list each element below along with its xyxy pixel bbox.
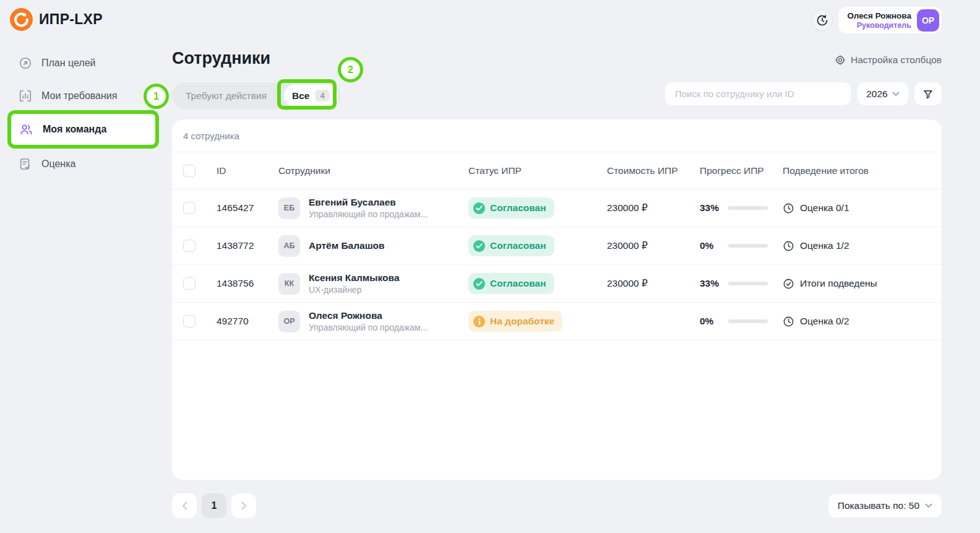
- status-badge: Согласован: [468, 197, 554, 219]
- gear-icon: [835, 54, 846, 66]
- results-label: Оценка 1/2: [800, 240, 849, 251]
- page-number-button[interactable]: 1: [202, 493, 226, 518]
- history-button[interactable]: [811, 9, 833, 31]
- employee-name: Евгений Бусалаев: [309, 196, 428, 208]
- employee-id: 492770: [217, 316, 278, 327]
- results-label: Оценка 0/1: [800, 202, 849, 214]
- requirements-chart-icon: [19, 89, 32, 103]
- results-cell: Итоги подведены: [783, 278, 942, 290]
- year-value: 2026: [866, 89, 887, 100]
- status-badge: Согласован: [468, 273, 554, 294]
- employee-id: 1438772: [217, 240, 278, 251]
- employee-name: Ксения Калмыкова: [309, 272, 400, 284]
- tab-require-action[interactable]: Требуют действия: [172, 90, 284, 102]
- search-input[interactable]: [665, 82, 851, 105]
- results-cell: Оценка 0/2: [783, 316, 942, 327]
- check-circle-icon: [473, 240, 485, 252]
- clock-icon: [783, 316, 794, 327]
- sidebar-label: Мои требования: [41, 90, 117, 102]
- employee-name: Артём Балашов: [309, 240, 385, 251]
- user-menu[interactable]: Олеся Рожнова Руководитель ОР: [839, 7, 942, 33]
- app-logo: ИПР-LXP: [10, 8, 103, 31]
- row-checkbox[interactable]: [183, 315, 196, 327]
- employee-position: Управляющий по продажам...: [309, 322, 428, 333]
- history-clock-icon: [816, 14, 828, 27]
- employee-name: Олеся Рожнова: [309, 310, 428, 321]
- employee-id: 1465427: [217, 202, 278, 214]
- row-checkbox[interactable]: [183, 277, 196, 290]
- col-cost: Стоимость ИПР: [607, 165, 700, 176]
- status-badge: Согласован: [468, 235, 554, 256]
- avatar: ОР: [278, 311, 300, 332]
- next-page-button[interactable]: [231, 493, 256, 518]
- avatar: ЕБ: [278, 197, 300, 219]
- filter-button[interactable]: [914, 82, 942, 105]
- ipr-cost: 230000 ₽: [607, 240, 700, 251]
- annotation-step-2: 2: [338, 57, 363, 82]
- employee-position: Управляющий по продажам...: [309, 209, 428, 220]
- ipr-cost: 230000 ₽: [607, 202, 700, 214]
- clock-icon: [783, 202, 794, 214]
- table-header-row: ID Сотрудники Статус ИПР Стоимость ИПР П…: [172, 152, 942, 189]
- progress-bar: [728, 282, 768, 285]
- ipr-cost: 230000 ₽: [607, 278, 700, 289]
- sidebar-label: Оценка: [41, 158, 75, 170]
- sidebar-label: Моя команда: [43, 124, 106, 135]
- chevron-right-icon: [241, 501, 247, 510]
- funnel-icon: [922, 89, 934, 100]
- table-row[interactable]: 1438772 АБ Артём Балашов Согласован 2300…: [172, 227, 942, 265]
- brand-icon: [10, 8, 33, 31]
- col-results: Подведение итогов: [783, 165, 942, 176]
- table-row[interactable]: 492770 ОР Олеся Рожнова Управляющий по п…: [172, 303, 942, 340]
- progress-bar: [728, 206, 768, 210]
- user-avatar: ОР: [917, 9, 939, 32]
- progress-percent: 33%: [700, 202, 728, 214]
- column-settings-label: Настройка столбцов: [851, 54, 942, 66]
- results-cell: Оценка 1/2: [783, 240, 942, 252]
- table-row[interactable]: 1465427 ЕБ Евгений Бусалаев Управляющий …: [172, 189, 942, 227]
- table-row[interactable]: 1438756 КК Ксения Калмыкова UX-дизайнер …: [172, 265, 942, 303]
- sidebar-item-my-team[interactable]: Моя команда: [7, 110, 159, 149]
- col-status: Статус ИПР: [468, 165, 607, 176]
- employees-table-card: 4 сотрудника ID Сотрудники Статус ИПР Ст…: [172, 119, 942, 480]
- progress-percent: 0%: [700, 240, 728, 251]
- results-label: Оценка 0/2: [800, 316, 849, 327]
- chevron-down-icon: [925, 503, 932, 508]
- avatar: АБ: [278, 235, 300, 257]
- row-checkbox[interactable]: [183, 202, 196, 214]
- user-role: Руководитель: [857, 21, 911, 30]
- tab-all[interactable]: Все 4: [284, 85, 338, 106]
- chevron-down-icon: [892, 92, 900, 97]
- select-all-checkbox[interactable]: [183, 165, 196, 177]
- brand-title: ИПР-LXP: [39, 11, 103, 28]
- check-circle-icon: [473, 202, 485, 214]
- tab-all-count-badge: 4: [315, 90, 330, 102]
- col-id: ID: [217, 165, 278, 176]
- user-name: Олеся Рожнова: [847, 11, 911, 21]
- progress-bar: [728, 319, 768, 323]
- column-settings-button[interactable]: Настройка столбцов: [835, 54, 942, 66]
- check-circle-icon: [473, 278, 485, 290]
- progress-percent: 0%: [700, 316, 728, 327]
- page-size-label: Показывать по: 50: [838, 500, 919, 511]
- sidebar-item-evaluation[interactable]: Оценка: [12, 150, 156, 178]
- team-icon: [19, 123, 33, 137]
- status-tabs: Требуют действия Все 4: [172, 82, 340, 109]
- chevron-left-icon: [182, 501, 187, 510]
- sidebar-item-goal-plan[interactable]: План целей: [12, 50, 156, 77]
- page-size-select[interactable]: Показывать по: 50: [828, 494, 942, 518]
- prev-page-button[interactable]: [172, 493, 197, 518]
- info-circle-icon: [473, 316, 485, 327]
- year-select[interactable]: 2026: [858, 82, 908, 105]
- evaluation-doc-icon: [19, 157, 32, 171]
- avatar: КК: [278, 273, 300, 295]
- row-checkbox[interactable]: [183, 240, 196, 252]
- employee-position: UX-дизайнер: [309, 284, 400, 295]
- col-employees: Сотрудники: [278, 165, 468, 176]
- sidebar-item-my-requirements[interactable]: Мои требования: [12, 82, 156, 110]
- results-label: Итоги подведены: [800, 278, 877, 289]
- tab-all-label: Все: [292, 90, 309, 102]
- status-badge: На доработке: [468, 311, 562, 332]
- progress-percent: 33%: [700, 278, 728, 289]
- employee-id: 1438756: [217, 278, 278, 289]
